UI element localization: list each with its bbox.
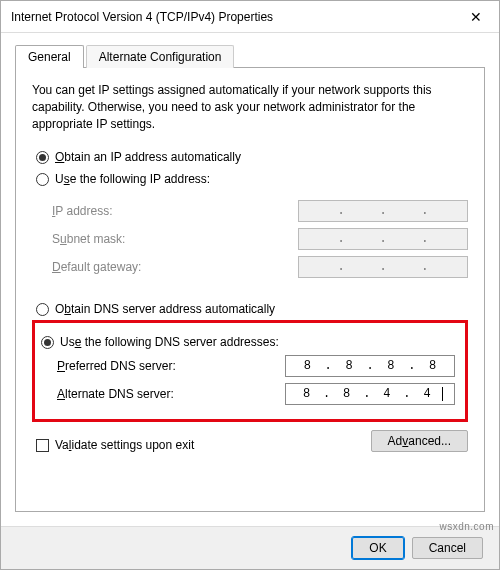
radio-dns-auto-label: Obtain DNS server address automatically — [55, 302, 275, 316]
content-area: General Alternate Configuration You can … — [1, 33, 499, 526]
radio-icon[interactable] — [36, 173, 49, 186]
titlebar: Internet Protocol Version 4 (TCP/IPv4) P… — [1, 1, 499, 33]
alternate-dns-label: Alternate DNS server: — [57, 387, 174, 401]
preferred-dns-row: Preferred DNS server: 8. 8. 8. 8 — [57, 355, 455, 377]
preferred-dns-label: Preferred DNS server: — [57, 359, 176, 373]
window-title: Internet Protocol Version 4 (TCP/IPv4) P… — [11, 10, 453, 24]
alternate-dns-input[interactable]: 8. 8. 4. 4 — [285, 383, 455, 405]
dialog-footer: OK Cancel — [1, 526, 499, 569]
subnet-mask-input: ... — [298, 228, 468, 250]
radio-ip-auto[interactable]: Obtain an IP address automatically — [36, 150, 468, 164]
advanced-button[interactable]: Advanced... — [371, 430, 468, 452]
ok-button[interactable]: OK — [352, 537, 403, 559]
close-icon[interactable]: ✕ — [453, 1, 499, 33]
default-gateway-row: Default gateway: ... — [52, 256, 468, 278]
radio-ip-manual-label: Use the following IP address: — [55, 172, 210, 186]
radio-icon[interactable] — [36, 151, 49, 164]
properties-dialog: Internet Protocol Version 4 (TCP/IPv4) P… — [0, 0, 500, 570]
ip-address-label: IP address: — [52, 204, 113, 218]
ip-address-input: ... — [298, 200, 468, 222]
radio-icon[interactable] — [41, 336, 54, 349]
ip-fields-group: IP address: ... Subnet mask: ... Default… — [52, 194, 468, 284]
description-text: You can get IP settings assigned automat… — [32, 82, 468, 132]
radio-icon[interactable] — [36, 303, 49, 316]
watermark-text: wsxdn.com — [439, 521, 494, 532]
general-panel: You can get IP settings assigned automat… — [15, 67, 485, 512]
tab-strip: General Alternate Configuration — [15, 45, 485, 68]
ip-address-row: IP address: ... — [52, 200, 468, 222]
alternate-dns-row: Alternate DNS server: 8. 8. 4. 4 — [57, 383, 455, 405]
radio-ip-auto-label: Obtain an IP address automatically — [55, 150, 241, 164]
text-caret — [442, 387, 443, 401]
radio-ip-manual[interactable]: Use the following IP address: — [36, 172, 468, 186]
subnet-mask-row: Subnet mask: ... — [52, 228, 468, 250]
subnet-mask-label: Subnet mask: — [52, 232, 125, 246]
radio-dns-auto[interactable]: Obtain DNS server address automatically — [36, 302, 468, 316]
cancel-button[interactable]: Cancel — [412, 537, 483, 559]
tab-general[interactable]: General — [15, 45, 84, 68]
radio-dns-manual[interactable]: Use the following DNS server addresses: — [41, 335, 455, 349]
dns-highlight-box: Use the following DNS server addresses: … — [32, 320, 468, 422]
default-gateway-label: Default gateway: — [52, 260, 141, 274]
tab-alternate[interactable]: Alternate Configuration — [86, 45, 235, 68]
preferred-dns-input[interactable]: 8. 8. 8. 8 — [285, 355, 455, 377]
default-gateway-input: ... — [298, 256, 468, 278]
radio-dns-manual-label: Use the following DNS server addresses: — [60, 335, 279, 349]
